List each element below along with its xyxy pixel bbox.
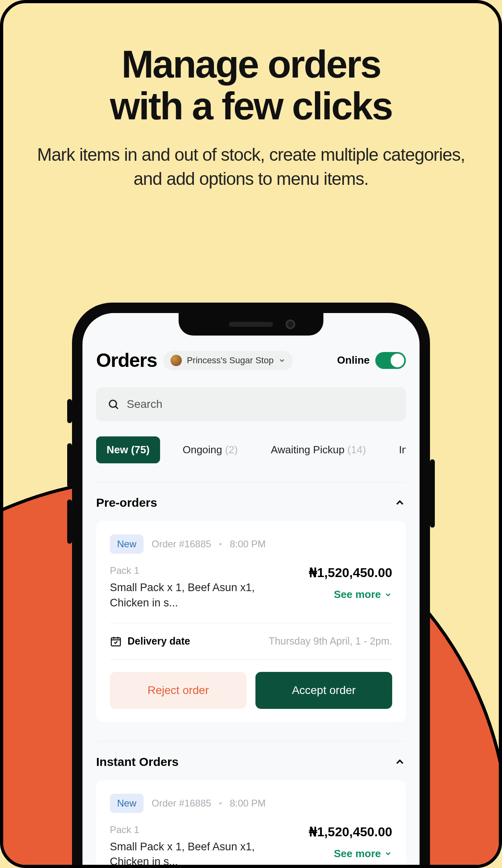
- order-actions: Reject order Accept order: [110, 672, 392, 709]
- order-number: Order #16885: [152, 538, 211, 550]
- app-content: Orders Princess's Sugar Stop Online Sear…: [82, 313, 420, 868]
- phone-side-button: [67, 443, 72, 487]
- search-input[interactable]: Search: [96, 387, 406, 421]
- svg-rect-2: [111, 638, 121, 646]
- reject-order-button[interactable]: Reject order: [110, 672, 247, 709]
- search-placeholder: Search: [127, 398, 163, 411]
- section-title: Pre-orders: [96, 496, 157, 510]
- section-header-preorders[interactable]: Pre-orders: [96, 496, 406, 510]
- store-name: Princess's Sugar Stop: [187, 355, 274, 366]
- delivery-date: Thursday 9th April, 1 - 2pm.: [269, 635, 392, 647]
- phone-side-button: [430, 459, 435, 528]
- phone-side-button: [67, 399, 72, 423]
- accept-order-button[interactable]: Accept order: [255, 672, 392, 709]
- pack-label: Pack 1: [110, 565, 271, 576]
- phone-mockup: Orders Princess's Sugar Stop Online Sear…: [72, 303, 430, 868]
- svg-line-1: [116, 407, 118, 409]
- chevron-up-icon: [394, 756, 406, 768]
- status-tabs: New (75) Ongoing (2) Awaiting Pickup (14…: [96, 436, 406, 463]
- order-price: ₦1,520,450.00: [309, 565, 392, 580]
- separator-dot: [219, 543, 222, 545]
- calendar-check-icon: [110, 635, 122, 647]
- divider: [110, 623, 392, 623]
- order-card: New Order #16885 8:00 PM Pack 1 Small Pa…: [96, 521, 406, 723]
- top-bar: Orders Princess's Sugar Stop Online: [96, 349, 406, 371]
- tab-awaiting-pickup[interactable]: Awaiting Pickup (14): [260, 436, 376, 463]
- items-text: Small Pack x 1, Beef Asun x1, Chicken in…: [110, 839, 271, 868]
- order-items: Pack 1 Small Pack x 1, Beef Asun x1, Chi…: [110, 565, 271, 611]
- status-badge: New: [110, 794, 144, 813]
- chevron-down-icon: [384, 850, 392, 858]
- phone-screen: Orders Princess's Sugar Stop Online Sear…: [82, 313, 420, 868]
- online-toggle[interactable]: [375, 352, 406, 369]
- see-more-link[interactable]: See more: [309, 588, 392, 601]
- online-status: Online: [337, 352, 406, 369]
- speaker-grille: [229, 322, 273, 327]
- store-avatar: [171, 355, 182, 366]
- phone-side-button: [67, 500, 72, 544]
- phone-notch: [179, 313, 323, 336]
- order-time: 8:00 PM: [230, 538, 265, 550]
- items-text: Small Pack x 1, Beef Asun x1, Chicken in…: [110, 580, 271, 611]
- chevron-down-icon: [384, 591, 392, 599]
- tab-new[interactable]: New (75): [96, 436, 160, 463]
- store-selector[interactable]: Princess's Sugar Stop: [163, 351, 293, 370]
- section-preorders: Pre-orders New Order #16885 8:00 PM Pack…: [96, 482, 406, 723]
- divider: [110, 659, 392, 660]
- status-badge: New: [110, 534, 144, 554]
- section-title: Instant Orders: [96, 755, 179, 769]
- separator-dot: [219, 802, 222, 805]
- order-price: ₦1,520,450.00: [309, 824, 392, 839]
- tab-in-transit[interactable]: In Transit (: [389, 436, 406, 463]
- pack-label: Pack 1: [110, 824, 271, 835]
- order-card: New Order #16885 8:00 PM Pack 1 Small Pa…: [96, 780, 406, 868]
- order-time: 8:00 PM: [230, 798, 265, 809]
- order-right: ₦1,520,450.00 See more: [309, 565, 392, 611]
- page-title: Orders: [96, 349, 157, 371]
- hero-subtitle: Mark items in and out of stock, create m…: [35, 143, 467, 190]
- order-card-header: New Order #16885 8:00 PM: [110, 794, 392, 813]
- delivery-label: Delivery date: [128, 635, 190, 647]
- section-header-instant[interactable]: Instant Orders: [96, 755, 406, 769]
- order-number: Order #16885: [152, 798, 211, 809]
- hero-section: Manage orders with a few clicks Mark ite…: [3, 3, 499, 190]
- front-camera: [286, 319, 295, 329]
- order-items: Pack 1 Small Pack x 1, Beef Asun x1, Chi…: [110, 824, 271, 868]
- tab-ongoing[interactable]: Ongoing (2): [172, 436, 248, 463]
- section-instant-orders: Instant Orders New Order #16885 8:00 PM …: [96, 741, 406, 868]
- svg-point-0: [109, 400, 117, 407]
- see-more-link[interactable]: See more: [309, 848, 392, 860]
- chevron-up-icon: [394, 497, 406, 509]
- order-right: ₦1,520,450.00 See more: [309, 824, 392, 868]
- order-card-header: New Order #16885 8:00 PM: [110, 534, 392, 554]
- delivery-row: Delivery date Thursday 9th April, 1 - 2p…: [110, 635, 392, 647]
- hero-title: Manage orders with a few clicks: [35, 43, 467, 127]
- search-icon: [107, 398, 119, 410]
- online-label: Online: [337, 354, 370, 366]
- chevron-down-icon: [278, 357, 286, 364]
